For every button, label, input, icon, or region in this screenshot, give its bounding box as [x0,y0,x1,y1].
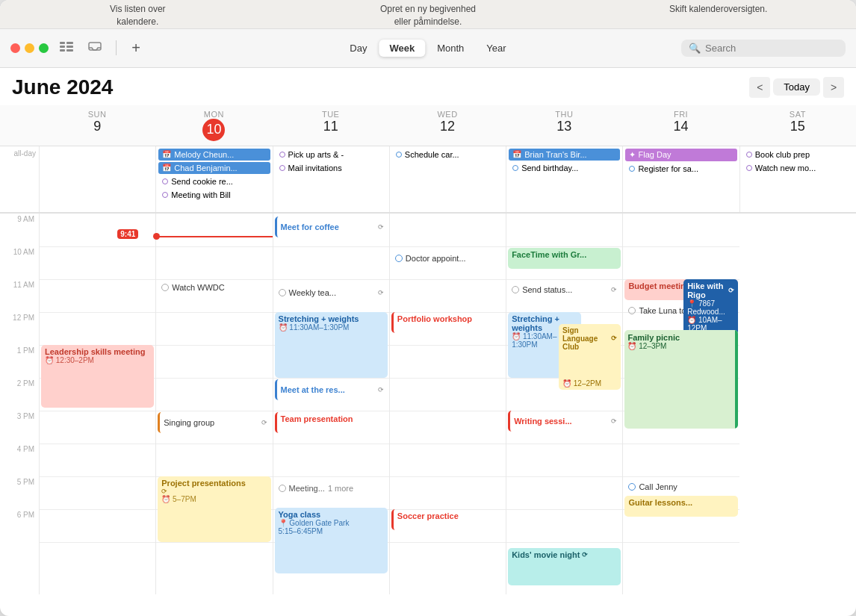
event-meet-res[interactable]: Meet at the res... ⟳ [275,379,388,400]
prev-button[interactable]: < [749,77,770,98]
toolbar-right: 🔍 [681,40,846,57]
event-kids-movie[interactable]: Kids' movie night ⟳ [508,548,621,585]
month-header: June 2024 < Today > [0,68,856,105]
allday-event-mon-1[interactable]: 📅 Melody Cheun... [158,149,270,161]
calendar-grid: SUN 9 MON 10 TUE 11 WED 12 THU 13 FRI 14 [0,105,856,616]
event-meeting-more[interactable]: Meeting... 1 more [275,478,388,499]
event-sign-language[interactable]: Sign Language Club ⟳ ⏰ 12–2PM [559,324,621,390]
maximize-button[interactable] [39,43,49,53]
allday-event-sat-2[interactable]: Watch new mo... [742,162,854,174]
month-title: June 2024 [12,75,113,99]
time-grid-wrapper: 9 AM 10 AM 11 AM 12 PM 1 PM 2 PM 3 PM 4 … [0,214,856,616]
view-month-button[interactable]: Month [427,40,474,57]
day-header-fri: FRI 14 [622,105,739,146]
svg-rect-6 [89,43,101,50]
event-writing[interactable]: Writing sessi... ⟳ [508,411,621,432]
allday-cell-sun [39,146,155,212]
view-switcher: Day Week Month Year [339,40,516,57]
allday-label: all-day [0,146,39,212]
nav-area: < Today > [749,77,844,98]
event-doctor[interactable]: Doctor appoint... [391,248,504,269]
allday-event-tue-1[interactable]: Pick up arts & - [276,149,387,161]
event-call-jenny[interactable]: Call Jenny [624,476,737,497]
event-send-status[interactable]: Send status... ⟳ [508,279,621,300]
event-portfolio[interactable]: Portfolio workshop [391,312,504,333]
day-col-thu: FaceTime with Gr... Send status... ⟳ Str… [506,214,622,594]
svg-rect-0 [60,42,65,44]
day-header-wed: WED 12 [389,105,506,146]
view-year-button[interactable]: Year [476,40,516,57]
allday-event-mon-4[interactable]: Meeting with Bill [158,189,270,201]
add-event-button[interactable]: + [127,39,145,57]
svg-rect-3 [66,42,73,44]
tooltip-calendars: Vis listen overkalendere. [78,3,197,28]
day-col-tue: Meet for coffee ⟳ Weekly tea... ⟳ Stretc… [273,214,389,594]
svg-rect-5 [66,49,73,52]
event-singing-group[interactable]: Singing group ⟳ [158,412,270,433]
inbox-icon[interactable] [84,40,105,56]
event-soccer[interactable]: Soccer practice [391,509,504,530]
allday-event-mon-2[interactable]: 📅 Chad Benjamin... [158,162,270,174]
day-col-fri: Budget meeting Take Luna to th... Hike w… [622,214,739,594]
event-meet-coffee[interactable]: Meet for coffee ⟳ [275,217,388,237]
allday-area: all-day 📅 Melody Cheun... 📅 Chad Benjami… [0,146,856,214]
allday-event-tue-2[interactable]: Mail invitations [276,162,387,174]
day-header-tue: TUE 11 [273,105,389,146]
allday-cell-fri: ✦ Flag Day Register for sa... [622,146,739,212]
time-grid: 9 AM 10 AM 11 AM 12 PM 1 PM 2 PM 3 PM 4 … [0,214,856,594]
tooltip-view-switch: Skift kalenderoversigten. [659,3,778,28]
allday-event-wed-1[interactable]: Schedule car... [392,149,503,161]
allday-event-fri-2[interactable]: Register for sa... [625,163,736,175]
allday-event-thu-2[interactable]: Send birthday... [509,162,620,174]
day-header-sun: SUN 9 [39,105,155,146]
search-box[interactable]: 🔍 [681,40,846,57]
event-weekly-tea[interactable]: Weekly tea... ⟳ [275,282,388,303]
allday-cell-tue: Pick up arts & - Mail invitations [273,146,389,212]
allday-event-sat-1[interactable]: Book club prep [742,149,854,161]
titlebar: + Day Week Month Year 🔍 [0,29,856,68]
time-col: 9 AM 10 AM 11 AM 12 PM 1 PM 2 PM 3 PM 4 … [0,214,39,594]
tooltip-new-event: Opret en ny begivenhedeller påmindelse. [353,3,503,28]
search-icon: 🔍 [689,43,701,54]
minimize-button[interactable] [25,43,34,53]
calendar-list-icon[interactable] [56,40,77,56]
search-input[interactable] [705,43,838,54]
close-button[interactable] [10,43,20,53]
separator [116,40,117,55]
event-team-presentation[interactable]: Team presentation [275,412,388,433]
view-day-button[interactable]: Day [339,40,377,57]
next-button[interactable]: > [823,77,844,98]
event-yoga[interactable]: Yoga class 📍 Golden Gate Park 5:15–6:45P… [275,508,388,573]
allday-cell-sat: Book club prep Watch new mo... [739,146,856,212]
day-header-mon: MON 10 [155,105,272,146]
day-col-sun: Leadership skills meeting ⏰ 12:30–2PM [39,214,155,594]
view-week-button[interactable]: Week [379,40,425,57]
event-watch-wwdc[interactable]: Watch WWDC [158,277,270,298]
day-header-sat: SAT 15 [739,105,856,146]
event-project-presentations[interactable]: Project presentations ⟳ ⏰ 5–7PM [158,476,270,542]
event-family-picnic[interactable]: Family picnic ⏰ 12–3PM [624,330,737,429]
allday-cell-mon: 📅 Melody Cheun... 📅 Chad Benjamin... Sen… [155,146,272,212]
event-leadership[interactable]: Leadership skills meeting ⏰ 12:30–2PM [41,345,154,408]
event-facetime[interactable]: FaceTime with Gr... [508,248,621,269]
svg-rect-2 [60,49,65,52]
today-button[interactable]: Today [773,78,820,96]
day-col-wed: Doctor appoint... Portfolio workshop Soc… [389,214,506,594]
allday-event-mon-3[interactable]: Send cookie re... [158,175,270,187]
event-stretching-tue[interactable]: Stretching + weights ⏰ 11:30AM–1:30PM [275,312,388,378]
allday-cell-thu: 📅 Brian Tran's Bir... Send birthday... [506,146,622,212]
event-guitar[interactable]: Guitar lessons... [624,496,737,517]
day-headers-row: SUN 9 MON 10 TUE 11 WED 12 THU 13 FRI 14 [0,105,856,146]
day-header-thu: THU 13 [506,105,622,146]
day-col-mon: 9:41 Watch WWDC Singing group ⟳ Project [155,214,272,594]
allday-cell-wed: Schedule car... [389,146,506,212]
svg-rect-4 [66,46,73,48]
allday-event-thu-1[interactable]: 📅 Brian Tran's Bir... [509,149,620,161]
svg-rect-1 [60,46,65,48]
main-window: Vis listen overkalendere. Opret en ny be… [0,0,856,616]
traffic-lights [10,43,49,53]
allday-event-fri-1[interactable]: ✦ Flag Day [625,149,736,161]
